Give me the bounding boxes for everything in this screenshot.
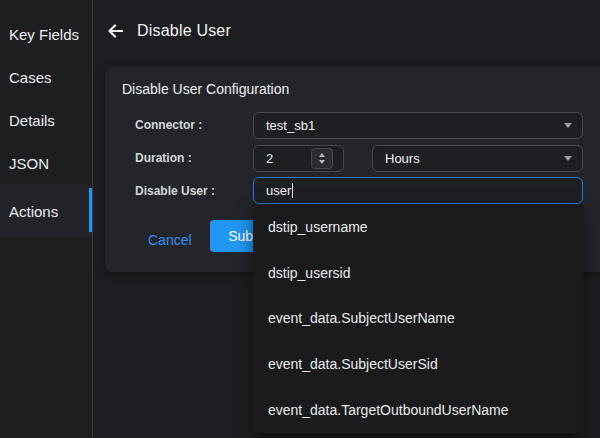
- sidebar-item-actions[interactable]: Actions: [0, 185, 92, 238]
- disable-user-label: Disable User :: [135, 184, 215, 198]
- autocomplete-option[interactable]: dstip_usersid: [253, 250, 583, 296]
- disable-user-input[interactable]: user: [253, 177, 583, 204]
- arrow-left-icon: [107, 24, 123, 38]
- sidebar-item-label: Actions: [9, 203, 58, 220]
- autocomplete-option[interactable]: event_data.SubjectUserSid: [253, 341, 583, 387]
- duration-input[interactable]: 2: [253, 145, 344, 172]
- connector-select[interactable]: test_sb1: [253, 112, 583, 139]
- sidebar: Key Fields Cases Details JSON Actions: [0, 0, 93, 438]
- stepper-down-icon: [319, 160, 325, 164]
- connector-label: Connector :: [135, 118, 202, 132]
- sidebar-item-cases[interactable]: Cases: [0, 56, 92, 99]
- duration-value: 2: [266, 151, 273, 166]
- duration-unit-select[interactable]: Hours: [372, 145, 583, 172]
- autocomplete-option[interactable]: event_data.SubjectUserName: [253, 296, 583, 342]
- duration-label: Duration :: [135, 151, 192, 165]
- connector-value: test_sb1: [266, 118, 564, 133]
- chevron-down-icon: [564, 156, 572, 161]
- card-title: Disable User Configuration: [122, 81, 289, 97]
- disable-user-value: user: [266, 183, 291, 198]
- chevron-down-icon: [564, 123, 572, 128]
- autocomplete-dropdown: dstip_username dstip_usersid event_data.…: [253, 204, 583, 433]
- sidebar-nav: Key Fields Cases Details JSON Actions: [0, 0, 92, 238]
- sidebar-item-key-fields[interactable]: Key Fields: [0, 13, 92, 56]
- page-title: Disable User: [137, 22, 231, 40]
- sidebar-item-json[interactable]: JSON: [0, 142, 92, 185]
- autocomplete-option[interactable]: event_data.TargetOutboundUserName: [253, 387, 583, 433]
- active-indicator-bar: [89, 188, 92, 232]
- stepper-up-icon: [319, 153, 325, 157]
- text-cursor: [292, 183, 293, 198]
- duration-unit-value: Hours: [385, 151, 564, 166]
- cancel-button[interactable]: Cancel: [148, 230, 192, 250]
- autocomplete-option[interactable]: dstip_username: [253, 204, 583, 250]
- sidebar-item-details[interactable]: Details: [0, 99, 92, 142]
- number-stepper[interactable]: [311, 148, 333, 169]
- page-header: Disable User: [105, 18, 231, 44]
- back-button[interactable]: [105, 21, 125, 41]
